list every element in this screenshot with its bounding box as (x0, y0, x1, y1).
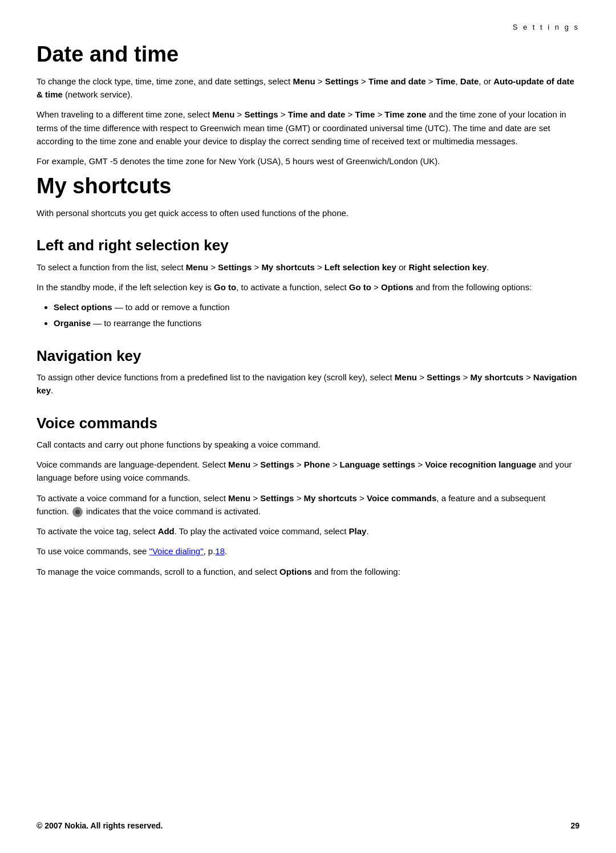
navigation-key-subsection: Navigation key To assign other device fu… (37, 347, 579, 397)
page-link-18[interactable]: 18 (215, 546, 225, 556)
voice-icon (72, 507, 83, 517)
page-number: 29 (570, 821, 579, 830)
date-time-p3: For example, GMT -5 denotes the time zon… (37, 155, 579, 168)
left-right-p2: In the standby mode, if the left selecti… (37, 281, 579, 294)
list-item: Organise — to rearrange the functions (54, 316, 579, 330)
voice-commands-p4: To activate the voice tag, select Add. T… (37, 525, 579, 538)
page-header: S e t t i n g s (37, 23, 579, 31)
voice-dialing-link[interactable]: "Voice dialing" (149, 546, 204, 556)
voice-commands-p3: To activate a voice command for a functi… (37, 492, 579, 518)
voice-commands-p2: Voice commands are language-dependent. S… (37, 458, 579, 485)
date-time-section: Date and time To change the clock type, … (37, 43, 579, 168)
navigation-key-p1: To assign other device functions from a … (37, 371, 579, 397)
left-right-key-title: Left and right selection key (37, 237, 579, 254)
my-shortcuts-section: My shortcuts With personal shortcuts you… (37, 174, 579, 578)
voice-commands-p5: To use voice commands, see "Voice dialin… (37, 545, 579, 558)
page-footer: © 2007 Nokia. All rights reserved. 29 (37, 821, 579, 830)
my-shortcuts-intro: With personal shortcuts you get quick ac… (37, 206, 579, 220)
date-time-p2: When traveling to a different time zone,… (37, 108, 579, 148)
left-right-bullet-list: Select options — to add or remove a func… (54, 300, 579, 330)
date-time-p1: To change the clock type, time, time zon… (37, 75, 579, 101)
voice-commands-subsection: Voice commands Call contacts and carry o… (37, 415, 579, 578)
date-time-title: Date and time (37, 43, 579, 67)
section-label: S e t t i n g s (513, 23, 579, 31)
list-item: Select options — to add or remove a func… (54, 300, 579, 314)
navigation-key-title: Navigation key (37, 347, 579, 365)
voice-commands-p1: Call contacts and carry out phone functi… (37, 438, 579, 451)
my-shortcuts-title: My shortcuts (37, 174, 579, 198)
left-right-key-subsection: Left and right selection key To select a… (37, 237, 579, 330)
voice-commands-p6: To manage the voice commands, scroll to … (37, 565, 579, 578)
copyright-text: © 2007 Nokia. All rights reserved. (37, 821, 163, 830)
left-right-p1: To select a function from the list, sele… (37, 261, 579, 274)
voice-commands-title: Voice commands (37, 415, 579, 432)
